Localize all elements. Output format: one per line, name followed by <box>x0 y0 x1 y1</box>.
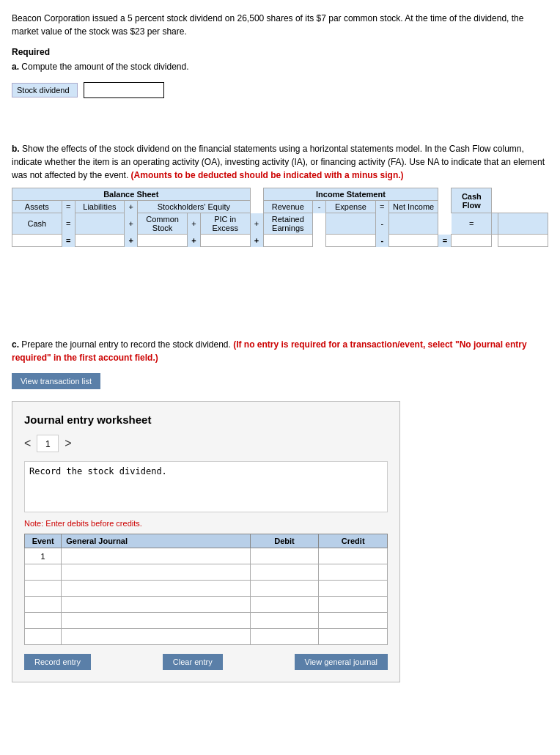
part-b-section: b. Show the effects of the stock dividen… <box>12 142 548 247</box>
journal-gj-0 <box>62 548 250 564</box>
journal-debit-1 <box>250 564 319 581</box>
journal-debit-4 <box>250 613 319 629</box>
journal-debit-input-0[interactable] <box>254 552 316 561</box>
journal-debit-input-2[interactable] <box>254 584 316 593</box>
journal-credit-0 <box>319 548 388 564</box>
journal-row-3 <box>25 597 388 613</box>
net-income-header: Net Income <box>388 201 438 213</box>
journal-credit-input-0[interactable] <box>322 552 384 561</box>
income-statement-header: Income Statement <box>263 188 438 201</box>
stock-dividend-input[interactable] <box>84 82 164 98</box>
required-label: Required <box>12 47 548 57</box>
cash-flow-header: Cash Flow <box>452 188 492 213</box>
journal-row-1 <box>25 564 388 581</box>
assets-header: Assets <box>12 201 62 213</box>
common-stock-subheader: Common Stock <box>138 213 188 235</box>
journal-gj-input-0[interactable] <box>65 552 246 561</box>
journal-gj-4 <box>62 613 250 629</box>
credit-col-header: Credit <box>319 534 388 548</box>
journal-gj-input-3[interactable] <box>65 600 246 609</box>
journal-credit-1 <box>319 564 388 581</box>
journal-debit-input-5[interactable] <box>254 633 316 641</box>
note-text: Note: Enter debits before credits. <box>24 519 388 528</box>
journal-event-1 <box>25 564 62 581</box>
journal-row-2 <box>25 581 388 597</box>
table-data-row: = + + + - = <box>12 235 548 247</box>
journal-debit-5 <box>250 629 319 645</box>
record-entry-button[interactable]: Record entry <box>24 654 91 670</box>
journal-debit-input-1[interactable] <box>254 568 316 577</box>
nav-row: < 1 > <box>24 435 388 452</box>
liabilities-header: Liabilities <box>75 201 125 213</box>
journal-event-4 <box>25 613 62 629</box>
expense-header: Expense <box>326 201 376 213</box>
journal-title: Journal entry worksheet <box>24 413 388 426</box>
journal-gj-2 <box>62 581 250 597</box>
revenue-input[interactable] <box>329 236 372 245</box>
pic-subheader: PIC in Excess <box>200 213 250 235</box>
journal-row-0: 1 <box>25 548 388 564</box>
bottom-buttons: Record entry Clear entry View general jo… <box>24 654 388 670</box>
journal-debit-0 <box>250 548 319 564</box>
journal-gj-5 <box>62 629 250 645</box>
journal-event-2 <box>25 581 62 597</box>
journal-credit-5 <box>319 629 388 645</box>
gj-col-header: General Journal <box>62 534 250 548</box>
journal-gj-input-5[interactable] <box>65 633 246 641</box>
journal-credit-input-2[interactable] <box>322 584 384 593</box>
next-arrow[interactable]: > <box>65 437 71 450</box>
part-a-label: a. Compute the amount of the stock divid… <box>12 60 548 73</box>
retained-earnings-input[interactable] <box>267 236 310 245</box>
revenue-header: Revenue <box>263 201 313 213</box>
journal-credit-input-5[interactable] <box>322 633 384 641</box>
clear-entry-button[interactable]: Clear entry <box>163 654 223 670</box>
journal-debit-2 <box>250 581 319 597</box>
cash-flow-subheader <box>498 213 548 235</box>
assets-input[interactable] <box>15 236 59 245</box>
journal-gj-input-2[interactable] <box>65 584 246 593</box>
view-transaction-button[interactable]: View transaction list <box>12 373 100 389</box>
journal-credit-2 <box>319 581 388 597</box>
stockholders-equity-header: Stockholders' Equity <box>138 201 250 213</box>
journal-worksheet: Journal entry worksheet < 1 > // Set tex… <box>12 401 400 682</box>
journal-row-4 <box>25 613 388 629</box>
journal-event-5 <box>25 629 62 645</box>
event-col-header: Event <box>25 534 62 548</box>
cash-subheader: Cash <box>12 213 62 235</box>
journal-gj-3 <box>62 597 250 613</box>
journal-event-0: 1 <box>25 548 62 564</box>
financial-statements-table: Balance Sheet Income Statement Cash Flow… <box>12 188 548 247</box>
description-box <box>24 461 388 512</box>
view-general-journal-button[interactable]: View general journal <box>295 654 388 670</box>
journal-debit-3 <box>250 597 319 613</box>
journal-credit-input-4[interactable] <box>322 616 384 625</box>
journal-debit-input-3[interactable] <box>254 600 316 609</box>
common-stock-input[interactable] <box>141 236 184 245</box>
page-number: 1 <box>37 435 59 452</box>
net-income-input[interactable] <box>454 236 488 245</box>
journal-gj-input-4[interactable] <box>65 616 246 625</box>
retained-earnings-subheader: Retained Earnings <box>263 213 313 235</box>
balance-sheet-header: Balance Sheet <box>12 188 251 201</box>
expense-input[interactable] <box>392 236 435 245</box>
debit-col-header: Debit <box>250 534 319 548</box>
journal-gj-input-1[interactable] <box>65 568 246 577</box>
journal-credit-input-3[interactable] <box>322 600 384 609</box>
prev-arrow[interactable]: < <box>24 437 31 450</box>
stock-dividend-label: Stock dividend <box>12 83 78 97</box>
cash-flow-input[interactable] <box>501 236 545 245</box>
journal-gj-1 <box>62 564 250 581</box>
journal-credit-4 <box>319 613 388 629</box>
journal-credit-input-1[interactable] <box>322 568 384 577</box>
journal-table: Event General Journal Debit Credit 1 <box>24 534 388 645</box>
liabilities-input[interactable] <box>78 236 122 245</box>
part-a-row: Stock dividend <box>12 82 548 98</box>
journal-credit-3 <box>319 597 388 613</box>
problem-description: Beacon Corporation issued a 5 percent st… <box>12 12 548 38</box>
journal-debit-input-4[interactable] <box>254 616 316 625</box>
part-c-section: c. Prepare the journal entry to record t… <box>12 338 548 364</box>
journal-event-3 <box>25 597 62 613</box>
journal-row-5 <box>25 629 388 645</box>
pic-excess-input[interactable] <box>204 236 247 245</box>
